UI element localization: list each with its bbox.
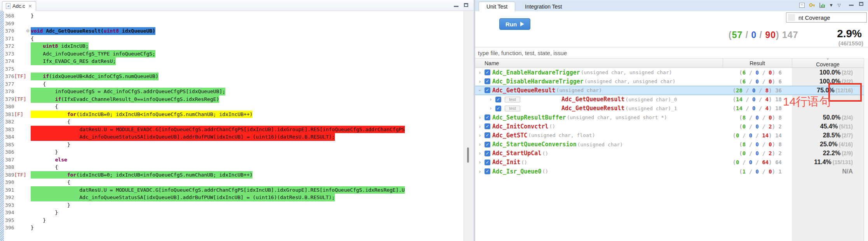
tab-integration-test[interactable]: Integration Test [525,2,562,11]
key-icon[interactable] [809,2,815,8]
code-line[interactable] [31,65,464,73]
code-line[interactable]: } [31,148,464,156]
line-number-gutter[interactable]: 368369370371372373374375376[TF]377378379… [4,11,25,241]
code-line[interactable]: { [31,35,464,43]
test-checkbox[interactable]: ✓ [485,142,490,147]
test-checkbox[interactable]: ✓ [495,97,501,102]
table-scrollbar[interactable] [864,58,868,241]
code-line[interactable]: datResU.U = MODULE_EVADC.G[infoQueueCfgS… [31,126,464,134]
panel-maximize-icon[interactable] [859,2,863,6]
editor-tab-adc-c[interactable]: .c Adc.c ✕ [2,1,36,11]
table-row[interactable]: ›✓Adc_Init()(0 / 0 / 64) 6411.4%(15/131) [475,158,864,167]
table-row[interactable]: ›✓Adc_DisableHardwareTrigger(unsigned ch… [475,77,864,86]
test-checkbox[interactable]: ✓ [485,114,490,120]
chevron-collapsed-icon[interactable]: › [477,160,483,165]
test-checkbox[interactable]: ✓ [485,132,490,138]
code-line[interactable]: } [31,217,464,224]
code-line[interactable]: if(IfxEvadc_ChannelResult_0==infoQueueCf… [31,95,464,103]
code-line[interactable]: } [31,201,464,209]
column-header-result[interactable]: Result [723,60,792,66]
close-icon[interactable]: ✕ [28,3,32,9]
code-line[interactable]: } [31,12,464,20]
code-line[interactable]: else [31,156,464,164]
code-line[interactable]: } [31,209,464,217]
code-area[interactable]: }void Adc_GetQueueResult(uint8 idxQueueU… [31,11,464,241]
code-line[interactable]: { [31,163,464,171]
test-checkbox[interactable]: ✓ [485,78,490,84]
table-row[interactable]: ›✓Adc_StartUpCal()(0 / 0 / 2) 222.2%(2/9… [475,149,864,158]
code-line[interactable]: { [31,118,464,126]
fold-spacer [25,35,31,43]
chevron-collapsed-icon[interactable]: › [477,79,483,84]
chevron-down-icon[interactable]: ▽ [838,3,841,8]
code-line[interactable]: } [31,224,464,232]
chevron-collapsed-icon[interactable]: › [477,70,483,75]
chevron-collapsed-icon[interactable]: › [477,124,483,129]
tab-unit-test[interactable]: Unit Test [479,2,515,11]
test-checkbox[interactable]: ✓ [485,160,490,165]
code-line[interactable]: Adc_infoQueueStatusSA[idxQueueUB].addrBu… [31,194,464,201]
line-number: 378 [4,88,25,95]
column-header-coverage[interactable]: Coverage [792,61,864,68]
table-row[interactable]: ›✓Adc_SetupResultBuffer(unsigned char, u… [475,113,864,122]
code-line[interactable]: Ifx_EVADC_G_RES datResU; [31,57,464,65]
code-line[interactable]: Adc_infoQueueCfgS_TYPE infoQueueCfgS; [31,50,464,58]
fold-icon[interactable]: ⊖ [25,27,31,35]
chevron-collapsed-icon[interactable]: › [488,97,493,102]
column-header-name[interactable]: Name [485,60,499,66]
code-line[interactable]: void Adc_GetQueueResult(uint8 idxQueueUB… [31,27,464,35]
code-line[interactable]: } [31,141,464,149]
run-button[interactable]: Run [499,18,530,30]
function-name: Adc_GetQueueResult [561,96,625,103]
code-line[interactable]: Adc_infoQueueStatusSA[idxQueueUB].addrBu… [31,133,464,141]
code-line[interactable]: { [31,103,464,111]
chevron-collapsed-icon[interactable]: › [477,115,483,120]
table-row[interactable]: ›✓Adc_StartQueueConversion(unsigned char… [475,140,864,149]
result-cell: (14 / 0 / 4) 18 [723,96,782,102]
coverage-type-dropdown[interactable]: nt Coverage [786,12,867,23]
fold-spacer [25,201,31,209]
test-checkbox[interactable]: ✓ [485,69,490,75]
code-line[interactable]: datResU.U = MODULE_EVADC.G[infoQueueCfgS… [31,186,464,194]
code-line[interactable]: if(idxQueueUB<Adc_infoCfgS.numQueueUB) [31,73,464,80]
annotation-text: 14行语句 [783,94,831,110]
minimize-icon[interactable] [454,6,458,7]
code-line[interactable]: { [31,179,464,186]
test-checkbox[interactable]: ✓ [495,106,501,111]
filter-input[interactable] [478,48,719,57]
play-icon [520,22,524,26]
code-folding-column[interactable]: ⊖ [25,11,31,241]
test-checkbox[interactable]: ✓ [485,123,490,129]
scrollbar-thumb[interactable] [467,147,469,163]
function-params: (unsigned char) [577,142,623,147]
chevron-collapsed-icon[interactable]: › [477,142,483,147]
coverage-chart-icon[interactable] [819,3,825,8]
overview-ruler[interactable] [464,11,474,241]
test-checkbox[interactable]: ✓ [485,168,490,174]
table-row[interactable]: ›✓Adc_EnableHardwareTrigger(unsigned cha… [475,68,864,77]
result-cell: (8 / 0 / 0) 8 [723,114,782,121]
view-menu-icon[interactable]: ▼ [829,3,833,7]
line-number: 390 [4,179,25,186]
line-number: 387 [4,156,25,164]
chevron-expanded-icon[interactable]: › [477,88,483,93]
chevron-collapsed-icon[interactable]: › [477,151,483,156]
code-line[interactable]: for(idxIncUB=0; idxIncUB<infoQueueCfgS.n… [31,111,464,118]
chevron-collapsed-icon[interactable]: › [477,169,483,174]
test-badge: test [505,97,520,102]
code-line[interactable]: uint8 idxIncUB; [31,42,464,50]
test-checkbox[interactable]: ✓ [485,87,490,93]
test-checkbox[interactable]: ✓ [485,151,490,156]
table-row[interactable]: ›✓Adc_Isr_Queue0()(1 / 0 / 0) 1N/A [475,167,864,176]
code-line[interactable]: for(idxIncUB=0; idxIncUB<infoQueueCfgS.n… [31,171,464,179]
collapse-all-icon[interactable]: − [799,3,805,8]
code-line[interactable] [31,20,464,28]
table-row[interactable]: ›✓Adc_GetSTC(unsigned char, float)(0 / 0… [475,131,864,140]
chevron-collapsed-icon[interactable]: › [488,106,493,111]
maximize-icon[interactable] [464,3,468,7]
panel-minimize-icon[interactable] [849,5,854,6]
chevron-collapsed-icon[interactable]: › [477,133,483,138]
code-line[interactable]: infoQueueCfgS = Adc_infoCfgS.addrQueueCf… [31,88,464,95]
code-line[interactable]: { [31,80,464,88]
table-row[interactable]: ›✓Adc_InitConvctrl()(0 / 0 / 2) 245.4%(5… [475,122,864,131]
